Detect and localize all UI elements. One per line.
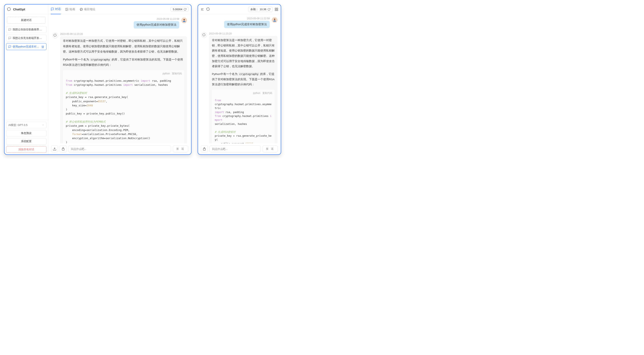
code-block: python 复制代码 from cryptography.hazmat.pri… xyxy=(212,90,275,144)
svg-rect-11 xyxy=(275,8,276,9)
svg-point-2 xyxy=(184,19,185,20)
conversation-label: 使用python完成非对称加密算法 xyxy=(13,45,40,48)
chat-input[interactable] xyxy=(68,146,171,152)
inline-code: cryptography xyxy=(90,58,111,61)
balance-chip[interactable]: 余额： 10.36 xyxy=(248,7,272,12)
image-icon xyxy=(65,8,68,11)
bot-message-row: 2023-05-09 11:23:20 非对称加密算法是一种加密方式，它使用一对… xyxy=(201,32,278,144)
code-lang: python xyxy=(162,71,170,76)
bot-paragraph: 非对称加密算法是一种加密方式，它使用一对密钥，即公钥和私钥，其中公钥可以公开，私… xyxy=(63,38,184,54)
svg-rect-4 xyxy=(62,148,64,150)
tab-chat[interactable]: 对话 xyxy=(51,4,61,14)
copy-code-button[interactable]: 复制代码 xyxy=(262,91,272,96)
grid-icon[interactable] xyxy=(275,8,278,11)
send-button[interactable]: 发 送 xyxy=(173,146,188,152)
app-title: ChatGpt xyxy=(13,8,25,11)
code-content[interactable]: from cryptography.hazmat.primitives.asym… xyxy=(63,77,184,144)
delete-icon[interactable] xyxy=(41,45,44,48)
bot-avatar xyxy=(52,32,58,38)
conversation-item-active[interactable]: 使用python完成非对称加密算法 xyxy=(6,43,46,50)
svg-rect-13 xyxy=(275,10,276,10)
bot-timestamp: 2023-05-09 11:23:20 xyxy=(60,32,187,36)
chat-icon xyxy=(8,45,11,48)
chat-input[interactable] xyxy=(210,146,261,152)
sidebar-header: ChatGpt xyxy=(4,4,48,14)
balance-value: 5.00004 xyxy=(173,8,182,11)
code-lang: python xyxy=(253,91,260,96)
tab-repo[interactable]: 项目地址 xyxy=(80,4,95,14)
input-bar: 发 送 xyxy=(48,144,191,154)
svg-rect-12 xyxy=(277,8,278,9)
svg-rect-14 xyxy=(277,10,278,10)
prompt-button[interactable] xyxy=(201,146,208,152)
input-bar: 发 送 xyxy=(198,144,281,154)
balance-chip[interactable]: 5.00004 xyxy=(170,7,189,12)
chat-messages[interactable]: 2023-05-09 11:22:59 使用python完成非对称加密算法 20… xyxy=(198,14,281,144)
balance-value: 10.36 xyxy=(260,8,266,11)
bot-timestamp: 2023-05-09 11:23:20 xyxy=(209,32,278,35)
user-avatar xyxy=(272,17,278,23)
menu-icon[interactable] xyxy=(200,8,204,11)
user-bubble: 使用python完成非对称加密算法 xyxy=(224,21,270,28)
svg-point-15 xyxy=(274,18,276,20)
github-icon xyxy=(80,8,83,11)
bot-bubble: 非对称加密算法是一种加密方式，它使用一对密钥，即公钥和私钥，其中公钥可以公开，私… xyxy=(209,36,278,144)
user-timestamp: 2023-05-09 11:22:59 xyxy=(247,17,270,20)
logo-icon xyxy=(7,7,12,12)
prompt-button[interactable] xyxy=(60,146,66,152)
desktop-panel: ChatGpt 新建对话 我想让你担任歌曲推荐人。我将为... 我想让你充当前端… xyxy=(4,4,192,155)
send-button[interactable]: 发 送 xyxy=(262,146,278,152)
main-area: 对话 绘画 项目地址 5.00004 xyxy=(48,4,191,154)
conversation-item[interactable]: 我想让你充当前端开发专家。我将... xyxy=(6,34,46,42)
mobile-panel: 余额： 10.36 2023-05-09 11:22:59 使用python完成… xyxy=(198,4,281,155)
chevron-down-icon xyxy=(42,124,44,126)
bot-paragraph: Python中有一个名为 cryptography 的库，它提供了非对称加密算法… xyxy=(212,72,275,87)
user-bubble: 使用python完成非对称加密算法 xyxy=(134,21,179,28)
upload-button[interactable] xyxy=(51,146,58,152)
svg-rect-5 xyxy=(63,148,64,148)
refresh-icon[interactable] xyxy=(184,8,186,11)
sidebar-footer: AI模型: GPT-3.5 角色预设 系统配置 清除所有对话 xyxy=(4,120,48,154)
conversation-list: 我想让你担任歌曲推荐人。我将为... 我想让你充当前端开发专家。我将... 使用… xyxy=(4,26,48,120)
bot-message-row: 2023-05-09 11:23:20 非对称加密算法是一种加密方式，它使用一对… xyxy=(52,32,187,144)
system-config-button[interactable]: 系统配置 xyxy=(6,138,46,144)
chat-icon xyxy=(8,37,11,40)
user-avatar xyxy=(181,18,187,23)
bot-bubble: 非对称加密算法是一种加密方式，它使用一对密钥，即公钥和私钥，其中公钥可以公开，私… xyxy=(60,36,187,144)
conversation-item[interactable]: 我想让你担任歌曲推荐人。我将为... xyxy=(6,26,46,33)
svg-point-1 xyxy=(66,8,66,9)
inline-code: cryptography xyxy=(238,72,260,76)
role-preset-button[interactable]: 角色预设 xyxy=(6,130,46,136)
chat-icon xyxy=(51,8,54,11)
code-header: python 复制代码 xyxy=(212,90,275,97)
user-message-row: 2023-05-09 11:22:59 使用python完成非对称加密算法 xyxy=(201,17,278,28)
bot-paragraph: 非对称加密算法是一种加密方式，它使用一对密钥，即公钥和私钥，其中公钥可以公开，私… xyxy=(212,38,275,69)
svg-rect-17 xyxy=(204,148,205,148)
mobile-topbar: 余额： 10.36 xyxy=(198,4,281,14)
bot-paragraph: Python中有一个名为 cryptography 的库，它提供了非对称加密算法… xyxy=(63,57,184,68)
chat-icon xyxy=(8,28,11,31)
code-block: python 复制代码 from cryptography.hazmat.pri… xyxy=(63,70,184,144)
tab-bar: 对话 绘画 项目地址 xyxy=(51,4,95,14)
logo-icon xyxy=(206,7,210,12)
user-timestamp: 2023-05-09 11:22:59 xyxy=(157,18,179,20)
svg-rect-16 xyxy=(203,148,206,150)
code-header: python 复制代码 xyxy=(63,70,184,77)
balance-label: 余额： xyxy=(250,8,258,11)
sidebar: ChatGpt 新建对话 我想让你担任歌曲推荐人。我将为... 我想让你充当前端… xyxy=(4,4,48,154)
clear-all-button[interactable]: 清除所有对话 xyxy=(6,146,46,153)
chat-messages[interactable]: 2023-05-09 11:22:59 使用python完成非对称加密算法 20… xyxy=(48,14,191,144)
refresh-icon[interactable] xyxy=(268,8,270,11)
copy-code-button[interactable]: 复制代码 xyxy=(172,71,182,76)
model-label: AI模型: GPT-3.5 xyxy=(8,123,28,127)
bot-avatar xyxy=(201,32,207,38)
tab-draw[interactable]: 绘画 xyxy=(65,4,75,14)
top-nav: 对话 绘画 项目地址 5.00004 xyxy=(48,4,191,14)
code-content[interactable]: from cryptography.hazmat.primitives.asym… xyxy=(212,97,275,144)
conversation-label: 我想让你担任歌曲推荐人。我将为... xyxy=(13,28,44,31)
model-selector[interactable]: AI模型: GPT-3.5 xyxy=(6,122,46,128)
conversation-label: 我想让你充当前端开发专家。我将... xyxy=(13,36,44,40)
user-message-row: 2023-05-09 11:22:59 使用python完成非对称加密算法 xyxy=(52,18,187,28)
new-conversation-button[interactable]: 新建对话 xyxy=(7,17,46,24)
